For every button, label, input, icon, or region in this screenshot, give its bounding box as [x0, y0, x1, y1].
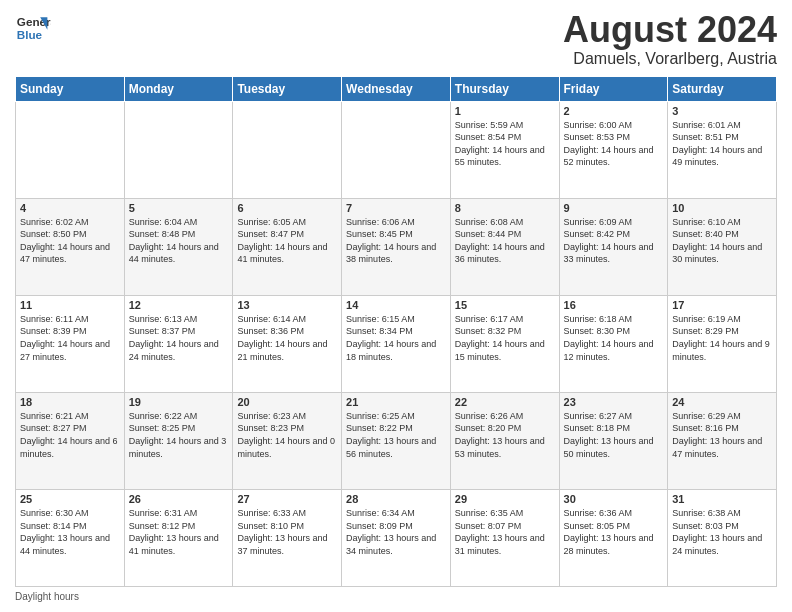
day-info: Sunrise: 6:26 AM Sunset: 8:20 PM Dayligh… [455, 410, 555, 460]
day-cell: 20Sunrise: 6:23 AM Sunset: 8:23 PM Dayli… [233, 392, 342, 489]
day-cell: 18Sunrise: 6:21 AM Sunset: 8:27 PM Dayli… [16, 392, 125, 489]
day-cell: 11Sunrise: 6:11 AM Sunset: 8:39 PM Dayli… [16, 295, 125, 392]
week-row-4: 18Sunrise: 6:21 AM Sunset: 8:27 PM Dayli… [16, 392, 777, 489]
day-cell: 19Sunrise: 6:22 AM Sunset: 8:25 PM Dayli… [124, 392, 233, 489]
subtitle: Damuels, Vorarlberg, Austria [563, 50, 777, 68]
day-number: 11 [20, 299, 120, 311]
day-cell: 6Sunrise: 6:05 AM Sunset: 8:47 PM Daylig… [233, 198, 342, 295]
day-info: Sunrise: 6:21 AM Sunset: 8:27 PM Dayligh… [20, 410, 120, 460]
day-cell: 8Sunrise: 6:08 AM Sunset: 8:44 PM Daylig… [450, 198, 559, 295]
day-number: 8 [455, 202, 555, 214]
day-cell: 9Sunrise: 6:09 AM Sunset: 8:42 PM Daylig… [559, 198, 668, 295]
logo: General Blue [15, 10, 51, 46]
day-info: Sunrise: 6:30 AM Sunset: 8:14 PM Dayligh… [20, 507, 120, 557]
day-cell: 10Sunrise: 6:10 AM Sunset: 8:40 PM Dayli… [668, 198, 777, 295]
day-cell: 29Sunrise: 6:35 AM Sunset: 8:07 PM Dayli… [450, 489, 559, 586]
header-cell-thursday: Thursday [450, 76, 559, 101]
day-number: 7 [346, 202, 446, 214]
day-info: Sunrise: 6:08 AM Sunset: 8:44 PM Dayligh… [455, 216, 555, 266]
page: General Blue August 2024 Damuels, Vorarl… [0, 0, 792, 612]
header-cell-monday: Monday [124, 76, 233, 101]
day-number: 18 [20, 396, 120, 408]
day-info: Sunrise: 5:59 AM Sunset: 8:54 PM Dayligh… [455, 119, 555, 169]
day-number: 15 [455, 299, 555, 311]
day-number: 13 [237, 299, 337, 311]
day-info: Sunrise: 6:06 AM Sunset: 8:45 PM Dayligh… [346, 216, 446, 266]
day-info: Sunrise: 6:23 AM Sunset: 8:23 PM Dayligh… [237, 410, 337, 460]
day-cell: 4Sunrise: 6:02 AM Sunset: 8:50 PM Daylig… [16, 198, 125, 295]
day-info: Sunrise: 6:27 AM Sunset: 8:18 PM Dayligh… [564, 410, 664, 460]
day-cell: 16Sunrise: 6:18 AM Sunset: 8:30 PM Dayli… [559, 295, 668, 392]
day-info: Sunrise: 6:36 AM Sunset: 8:05 PM Dayligh… [564, 507, 664, 557]
day-cell: 13Sunrise: 6:14 AM Sunset: 8:36 PM Dayli… [233, 295, 342, 392]
day-cell: 12Sunrise: 6:13 AM Sunset: 8:37 PM Dayli… [124, 295, 233, 392]
day-cell: 28Sunrise: 6:34 AM Sunset: 8:09 PM Dayli… [342, 489, 451, 586]
day-number: 30 [564, 493, 664, 505]
header-row: SundayMondayTuesdayWednesdayThursdayFrid… [16, 76, 777, 101]
day-info: Sunrise: 6:05 AM Sunset: 8:47 PM Dayligh… [237, 216, 337, 266]
day-cell [124, 101, 233, 198]
day-number: 14 [346, 299, 446, 311]
title-block: August 2024 Damuels, Vorarlberg, Austria [563, 10, 777, 68]
day-cell: 21Sunrise: 6:25 AM Sunset: 8:22 PM Dayli… [342, 392, 451, 489]
day-cell: 26Sunrise: 6:31 AM Sunset: 8:12 PM Dayli… [124, 489, 233, 586]
week-row-3: 11Sunrise: 6:11 AM Sunset: 8:39 PM Dayli… [16, 295, 777, 392]
day-info: Sunrise: 6:22 AM Sunset: 8:25 PM Dayligh… [129, 410, 229, 460]
day-number: 24 [672, 396, 772, 408]
day-info: Sunrise: 6:18 AM Sunset: 8:30 PM Dayligh… [564, 313, 664, 363]
day-cell: 24Sunrise: 6:29 AM Sunset: 8:16 PM Dayli… [668, 392, 777, 489]
day-number: 31 [672, 493, 772, 505]
day-info: Sunrise: 6:35 AM Sunset: 8:07 PM Dayligh… [455, 507, 555, 557]
day-cell: 2Sunrise: 6:00 AM Sunset: 8:53 PM Daylig… [559, 101, 668, 198]
day-cell: 17Sunrise: 6:19 AM Sunset: 8:29 PM Dayli… [668, 295, 777, 392]
footer-note: Daylight hours [15, 591, 777, 602]
day-cell [342, 101, 451, 198]
day-cell: 14Sunrise: 6:15 AM Sunset: 8:34 PM Dayli… [342, 295, 451, 392]
day-number: 16 [564, 299, 664, 311]
day-info: Sunrise: 6:33 AM Sunset: 8:10 PM Dayligh… [237, 507, 337, 557]
day-number: 2 [564, 105, 664, 117]
day-number: 26 [129, 493, 229, 505]
header-cell-wednesday: Wednesday [342, 76, 451, 101]
day-info: Sunrise: 6:25 AM Sunset: 8:22 PM Dayligh… [346, 410, 446, 460]
day-cell: 30Sunrise: 6:36 AM Sunset: 8:05 PM Dayli… [559, 489, 668, 586]
day-info: Sunrise: 6:19 AM Sunset: 8:29 PM Dayligh… [672, 313, 772, 363]
day-number: 23 [564, 396, 664, 408]
day-number: 3 [672, 105, 772, 117]
day-number: 12 [129, 299, 229, 311]
day-cell: 31Sunrise: 6:38 AM Sunset: 8:03 PM Dayli… [668, 489, 777, 586]
day-number: 25 [20, 493, 120, 505]
header: General Blue August 2024 Damuels, Vorarl… [15, 10, 777, 68]
day-info: Sunrise: 6:01 AM Sunset: 8:51 PM Dayligh… [672, 119, 772, 169]
day-number: 9 [564, 202, 664, 214]
day-cell: 23Sunrise: 6:27 AM Sunset: 8:18 PM Dayli… [559, 392, 668, 489]
day-info: Sunrise: 6:31 AM Sunset: 8:12 PM Dayligh… [129, 507, 229, 557]
week-row-2: 4Sunrise: 6:02 AM Sunset: 8:50 PM Daylig… [16, 198, 777, 295]
day-number: 21 [346, 396, 446, 408]
day-info: Sunrise: 6:02 AM Sunset: 8:50 PM Dayligh… [20, 216, 120, 266]
day-info: Sunrise: 6:17 AM Sunset: 8:32 PM Dayligh… [455, 313, 555, 363]
week-row-1: 1Sunrise: 5:59 AM Sunset: 8:54 PM Daylig… [16, 101, 777, 198]
day-cell: 27Sunrise: 6:33 AM Sunset: 8:10 PM Dayli… [233, 489, 342, 586]
svg-text:Blue: Blue [17, 28, 43, 41]
day-info: Sunrise: 6:11 AM Sunset: 8:39 PM Dayligh… [20, 313, 120, 363]
month-title: August 2024 [563, 10, 777, 50]
day-info: Sunrise: 6:29 AM Sunset: 8:16 PM Dayligh… [672, 410, 772, 460]
day-info: Sunrise: 6:38 AM Sunset: 8:03 PM Dayligh… [672, 507, 772, 557]
day-number: 4 [20, 202, 120, 214]
day-cell: 3Sunrise: 6:01 AM Sunset: 8:51 PM Daylig… [668, 101, 777, 198]
day-info: Sunrise: 6:15 AM Sunset: 8:34 PM Dayligh… [346, 313, 446, 363]
logo-icon: General Blue [15, 10, 51, 46]
day-info: Sunrise: 6:34 AM Sunset: 8:09 PM Dayligh… [346, 507, 446, 557]
day-number: 22 [455, 396, 555, 408]
day-info: Sunrise: 6:13 AM Sunset: 8:37 PM Dayligh… [129, 313, 229, 363]
day-cell: 7Sunrise: 6:06 AM Sunset: 8:45 PM Daylig… [342, 198, 451, 295]
header-cell-sunday: Sunday [16, 76, 125, 101]
header-cell-friday: Friday [559, 76, 668, 101]
day-number: 28 [346, 493, 446, 505]
day-info: Sunrise: 6:10 AM Sunset: 8:40 PM Dayligh… [672, 216, 772, 266]
day-info: Sunrise: 6:00 AM Sunset: 8:53 PM Dayligh… [564, 119, 664, 169]
day-cell: 25Sunrise: 6:30 AM Sunset: 8:14 PM Dayli… [16, 489, 125, 586]
day-number: 1 [455, 105, 555, 117]
header-cell-tuesday: Tuesday [233, 76, 342, 101]
